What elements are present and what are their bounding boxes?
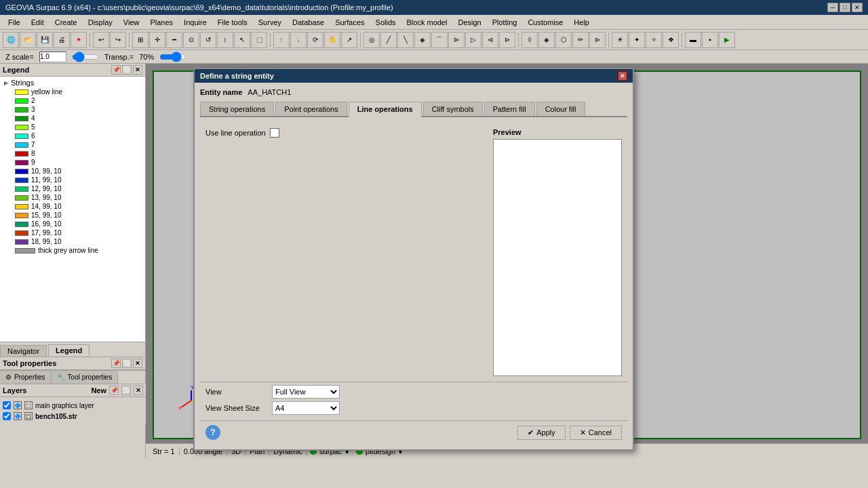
apply-label: Apply	[536, 428, 555, 436]
toolbar-star3[interactable]: ❖	[663, 32, 679, 48]
toolbar-rotate[interactable]: ↺	[200, 32, 216, 48]
menu-inquire[interactable]: Inquire	[178, 17, 212, 28]
toolbar-arrows[interactable]: ↕	[217, 32, 233, 48]
tab-properties[interactable]: ⚙ Properties	[0, 371, 52, 384]
view-sheet-label: View Sheet Size	[205, 404, 267, 412]
tab-cliff-symbols[interactable]: Cliff symbols	[423, 102, 483, 116]
maximize-button[interactable]: □	[840, 3, 850, 12]
use-line-operation-checkbox[interactable]	[270, 128, 279, 138]
menu-customise[interactable]: Customise	[522, 17, 568, 28]
transp-slider[interactable]	[159, 52, 186, 62]
view-select[interactable]: Full View Custom	[272, 385, 340, 399]
toolbar-save[interactable]: 💾	[37, 32, 53, 48]
close-button[interactable]: ✕	[852, 3, 863, 12]
layers-close-btn[interactable]: ✕	[134, 386, 143, 395]
dialog-cancel-button[interactable]: ✕ Cancel	[570, 426, 622, 440]
toolbar-snap[interactable]: ⊙	[183, 32, 199, 48]
menu-surfaces[interactable]: Surfaces	[330, 17, 370, 28]
toolbar-star1[interactable]: ✦	[629, 32, 645, 48]
z-scale-input[interactable]: 1.0	[39, 52, 66, 62]
tab-pattern-fill[interactable]: Pattern fill	[484, 102, 535, 116]
menu-block-model[interactable]: Block model	[401, 17, 453, 28]
view-sheet-select[interactable]: A4 A3 A1	[272, 401, 340, 415]
layers-float-btn[interactable]: ⬜	[121, 386, 131, 395]
toolbar-triangle[interactable]: ▷	[465, 32, 481, 48]
toolbar-minus[interactable]: ━	[166, 32, 182, 48]
toolbar-rect2[interactable]: ▪	[702, 32, 718, 48]
z-scale-slider[interactable]	[72, 52, 99, 62]
toolbar-open[interactable]: 📂	[20, 32, 36, 48]
tab-legend[interactable]: Legend	[48, 344, 90, 357]
toolbar-green[interactable]: ▶	[719, 32, 735, 48]
menu-help[interactable]: Help	[568, 17, 595, 28]
tab-navigator[interactable]: Navigator	[0, 345, 47, 357]
dialog-close-button[interactable]: ✕	[618, 71, 627, 81]
toolbar-redo[interactable]: ↪	[110, 32, 126, 48]
layer-checkbox-main[interactable]	[3, 401, 11, 409]
toolbar-zoom-out[interactable]: ↓	[290, 32, 307, 48]
legend-group-header[interactable]: ▶ Strings	[4, 78, 144, 87]
toolbar-select1[interactable]: ↖	[234, 32, 250, 48]
layer-checkbox-bench[interactable]	[3, 412, 11, 420]
menu-file[interactable]: File	[3, 17, 26, 28]
menu-design[interactable]: Design	[452, 17, 486, 28]
toolbar-node[interactable]: ◈	[414, 32, 431, 48]
menu-create[interactable]: Create	[50, 17, 83, 28]
toolbar-perspective[interactable]: ◊	[521, 32, 538, 48]
tab-tool-properties[interactable]: 🔧 Tool properties	[52, 371, 119, 384]
toolbar-star2[interactable]: ✧	[646, 32, 662, 48]
toolbar-pan[interactable]: ✋	[324, 32, 340, 48]
toolbar-pointer[interactable]: ↗	[341, 32, 357, 48]
menu-planes[interactable]: Planes	[144, 17, 178, 28]
left-panel: Legend 📌 ⬜ ✕ ▶ Strings yellow line	[0, 64, 146, 458]
dialog-title: Define a string entity	[200, 72, 274, 80]
minimize-button[interactable]: ─	[827, 3, 838, 12]
toolbar-solid2[interactable]: ⬡	[555, 32, 572, 48]
toolbar-grid[interactable]: ⊞	[132, 32, 149, 48]
toolbar-lines1[interactable]: ╱	[380, 32, 397, 48]
dialog-tabs: String operations Point operations Line …	[200, 102, 627, 117]
menu-survey[interactable]: Survey	[253, 17, 287, 28]
menu-file-tools[interactable]: File tools	[212, 17, 253, 28]
toolbar-sun[interactable]: ☀	[612, 32, 628, 48]
tool-properties-header: Tool properties 📌 ⬜ ✕	[0, 357, 145, 370]
toolbar-undo[interactable]: ↩	[93, 32, 109, 48]
toolbar-icon-5[interactable]: ✦	[71, 32, 87, 48]
toolbar-more1[interactable]: ⊳	[448, 32, 465, 48]
toolbar-more4[interactable]: ⊳	[589, 32, 606, 48]
dialog-apply-button[interactable]: ✔ Apply	[517, 426, 566, 440]
dialog-help-button[interactable]: ?	[205, 425, 220, 440]
toolbar-icon-1[interactable]: 🌐	[3, 32, 19, 48]
toolbar-lines2[interactable]: ╲	[397, 32, 414, 48]
toolbar-curve[interactable]: ⌒	[431, 32, 448, 48]
menu-view[interactable]: View	[118, 17, 145, 28]
legend-pin-btn[interactable]: 📌	[111, 65, 121, 75]
toolbar-rect1[interactable]: ▬	[685, 32, 701, 48]
toolbar-print[interactable]: 🖨	[54, 32, 70, 48]
menu-display[interactable]: Display	[83, 17, 118, 28]
toolbar-cross[interactable]: ✛	[149, 32, 165, 48]
tab-line-operations[interactable]: Line operations	[349, 102, 422, 117]
menu-plotting[interactable]: Plotting	[487, 17, 523, 28]
toolbar-more2[interactable]: ⊲	[482, 32, 498, 48]
toolbar-pencil[interactable]: ✏	[572, 32, 589, 48]
legend-float-btn[interactable]: ⬜	[122, 65, 132, 75]
tool-props-float-btn[interactable]: ⬜	[122, 359, 132, 368]
toolbar-cycle[interactable]: ◎	[363, 32, 380, 48]
toolbar-solid1[interactable]: ◈	[538, 32, 555, 48]
tool-props-close-btn[interactable]: ✕	[133, 359, 142, 368]
tab-string-operations[interactable]: String operations	[200, 102, 274, 116]
tool-props-pin-btn[interactable]: 📌	[111, 359, 121, 368]
toolbar-zoom-in[interactable]: ↑	[273, 32, 290, 48]
toolbar-more3[interactable]: ⊳	[499, 32, 515, 48]
window-controls: ─ □ ✕	[827, 3, 863, 12]
menu-database[interactable]: Database	[287, 17, 330, 28]
legend-close-btn[interactable]: ✕	[133, 65, 142, 75]
tab-colour-fill[interactable]: Colour fill	[536, 102, 585, 116]
layers-pin-btn[interactable]: 📌	[109, 386, 119, 395]
menu-edit[interactable]: Edit	[26, 17, 50, 28]
tab-point-operations[interactable]: Point operations	[275, 102, 347, 116]
toolbar-rotate3d[interactable]: ⟳	[307, 32, 323, 48]
toolbar-select2[interactable]: ⬚	[251, 32, 267, 48]
menu-solids[interactable]: Solids	[370, 17, 401, 28]
